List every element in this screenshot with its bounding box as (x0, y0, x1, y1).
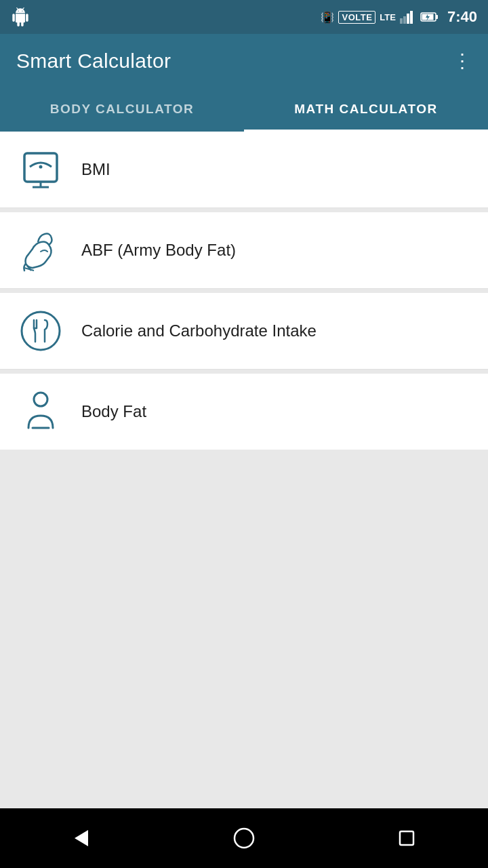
svg-point-10 (39, 165, 43, 169)
arm-icon (16, 226, 65, 275)
svg-point-17 (34, 393, 47, 406)
list-item-calorie[interactable]: Calorie and Carbohydrate Intake (0, 293, 488, 370)
back-icon (69, 826, 94, 850)
app-bar: Smart Calculator ⋮ (0, 34, 488, 88)
list-item-bodyfat[interactable]: Body Fat (0, 374, 488, 450)
nav-bar (0, 808, 488, 868)
status-right: 📳 VOLTE LTE 7:40 (321, 8, 477, 26)
home-button[interactable] (224, 818, 264, 859)
bmi-label: BMI (81, 160, 110, 179)
svg-point-13 (22, 312, 60, 350)
svg-rect-1 (403, 16, 406, 24)
list-item-abf[interactable]: ABF (Army Body Fat) (0, 212, 488, 289)
bodyfat-label: Body Fat (81, 402, 146, 421)
svg-rect-3 (410, 11, 413, 24)
back-button[interactable] (61, 818, 102, 859)
calculator-list: BMI ABF (Army Body Fat) (0, 132, 488, 450)
abf-label: ABF (Army Body Fat) (81, 241, 236, 260)
more-options-button[interactable]: ⋮ (453, 52, 472, 71)
calorie-label: Calorie and Carbohydrate Intake (81, 321, 317, 340)
status-time: 7:40 (447, 8, 477, 26)
tab-body-calculator[interactable]: BODY CALCULATOR (0, 88, 244, 132)
lte-badge: LTE (380, 12, 396, 22)
food-icon (16, 307, 65, 355)
content-area: BMI ABF (Army Body Fat) (0, 132, 488, 808)
recents-button[interactable] (386, 818, 427, 859)
home-icon (232, 826, 256, 850)
svg-marker-19 (75, 830, 88, 846)
status-left (11, 7, 30, 26)
svg-rect-0 (400, 18, 403, 24)
battery-icon (420, 11, 439, 23)
scale-icon (16, 145, 65, 194)
vibrate-icon: 📳 (321, 11, 334, 24)
svg-point-20 (235, 829, 253, 848)
person-icon (16, 387, 65, 436)
tab-math-calculator[interactable]: MATH CALCULATOR (244, 88, 488, 132)
list-item-bmi[interactable]: BMI (0, 132, 488, 208)
svg-rect-2 (407, 14, 409, 24)
volte-badge: VOLTE (338, 11, 375, 24)
app-title: Smart Calculator (16, 50, 171, 73)
tab-bar: BODY CALCULATOR MATH CALCULATOR (0, 88, 488, 132)
svg-rect-5 (436, 15, 438, 19)
status-bar: 📳 VOLTE LTE 7:40 (0, 0, 488, 34)
android-icon (11, 7, 30, 26)
svg-rect-21 (400, 831, 413, 845)
recents-icon (394, 826, 419, 850)
signal-icon (400, 10, 416, 24)
